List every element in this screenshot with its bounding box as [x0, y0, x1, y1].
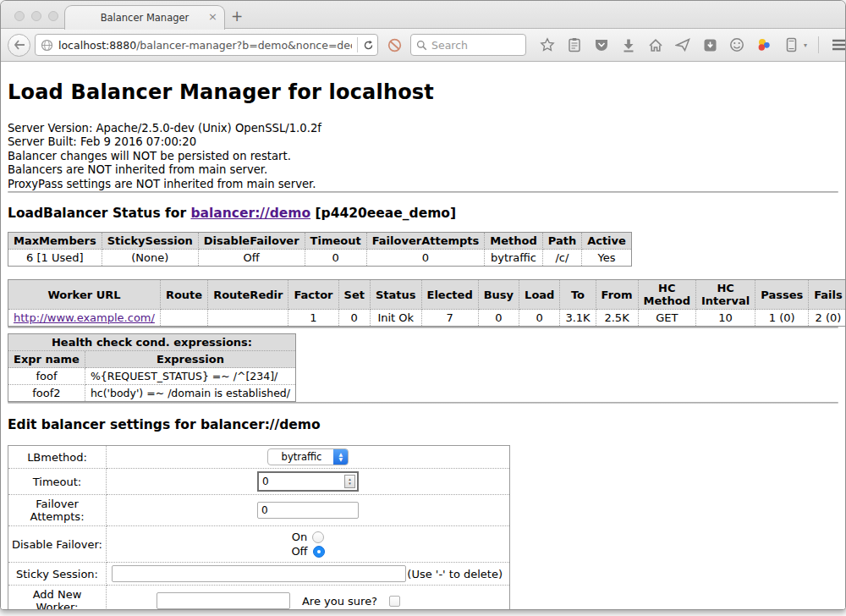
- browser-window: Balancer Manager × + localhost:8880/bala…: [0, 0, 846, 610]
- lbmethod-select[interactable]: bytraffic ▲▼: [267, 448, 349, 465]
- url-bar[interactable]: localhost:8880/balancer-manager?b=demo&n…: [35, 34, 378, 56]
- content-blocker-button[interactable]: [385, 36, 404, 54]
- timeout-label: Timeout:: [8, 469, 107, 495]
- confirm-label: Are you sure?: [302, 595, 377, 608]
- radio-off-label: Off: [291, 545, 307, 558]
- section-divider: [8, 402, 838, 404]
- send-tab-button[interactable]: [673, 36, 692, 54]
- table-cell: Yes: [582, 250, 632, 267]
- back-button[interactable]: [8, 34, 30, 57]
- server-built-line: Server Built: Feb 9 2016 07:00:20: [8, 135, 838, 149]
- table-cell: 2 (0): [809, 310, 845, 327]
- radio-on-label: On: [292, 531, 307, 543]
- table-cell: 0: [305, 250, 366, 267]
- color-theme-button[interactable]: [755, 36, 773, 54]
- pocket-button[interactable]: [592, 36, 611, 54]
- home-icon: [648, 38, 663, 52]
- sticky-session-hint: (Use '-' to delete): [407, 568, 504, 580]
- search-placeholder: Search: [431, 39, 468, 52]
- bookmark-star-button[interactable]: [538, 36, 557, 54]
- download-icon: [622, 38, 635, 52]
- table-cell: 0: [366, 250, 485, 267]
- table-header-cell: Method: [485, 233, 542, 250]
- table-cell: bytraffic: [485, 250, 542, 267]
- tab-close-icon[interactable]: ×: [208, 11, 217, 23]
- expression-header: Expression: [85, 351, 295, 368]
- color-dots-icon: [756, 37, 772, 52]
- table-header-cell: HC Interval: [695, 280, 755, 310]
- reload-icon[interactable]: [363, 40, 374, 51]
- table-header-cell: Factor: [288, 280, 338, 310]
- confirm-checkbox[interactable]: [389, 596, 400, 607]
- table-cell: 0: [519, 310, 560, 327]
- sticky-session-input[interactable]: [112, 565, 406, 582]
- search-icon: [416, 40, 427, 51]
- worker-status-table: Worker URLRouteRouteRedirFactorSetStatus…: [8, 279, 845, 327]
- timeout-input[interactable]: [261, 475, 344, 488]
- loadbalancer-status-heading: LoadBalancer Status for balancer://demo …: [8, 206, 838, 221]
- table-cell: Init Ok: [370, 310, 421, 327]
- home-button[interactable]: [646, 36, 665, 54]
- table-cell: 3.1K: [560, 310, 596, 327]
- toolbar-buttons: ▾: [538, 36, 846, 54]
- worker-url-cell: http://www.example.com/: [8, 310, 161, 327]
- inherit-note-line: Balancers are NOT inherited from main se…: [8, 163, 838, 177]
- close-window-button[interactable]: [14, 11, 25, 21]
- emoji-button[interactable]: [728, 36, 746, 54]
- panel-download-icon: [703, 38, 717, 52]
- table-header-cell: Timeout: [305, 233, 366, 250]
- table-header-cell: Elected: [421, 280, 478, 310]
- failover-attempts-input[interactable]: [257, 502, 359, 519]
- disable-failover-off-radio[interactable]: [313, 546, 325, 558]
- device-sync-button[interactable]: [782, 36, 800, 54]
- chevron-down-icon[interactable]: ▾: [804, 41, 807, 49]
- send-icon: [675, 38, 690, 52]
- menu-button[interactable]: [830, 36, 846, 54]
- disable-failover-row: Disable Failover: On Off: [8, 526, 510, 563]
- health-check-table: Health check cond. expressions: Expr nam…: [8, 333, 296, 402]
- window-controls[interactable]: [14, 11, 58, 21]
- panel-download-button[interactable]: [700, 36, 719, 54]
- device-icon: [786, 37, 797, 52]
- balancer-demo-link[interactable]: balancer://demo: [190, 206, 310, 221]
- hamburger-menu-icon: [832, 39, 846, 51]
- table-header-cell: From: [596, 280, 638, 310]
- health-row-foof2: foof2 hc('body') =~ /domain is establish…: [8, 385, 296, 402]
- new-tab-button[interactable]: +: [231, 8, 243, 25]
- url-text[interactable]: localhost:8880/balancer-manager?b=demo&n…: [58, 39, 352, 52]
- search-bar[interactable]: Search: [410, 34, 526, 56]
- minimize-window-button[interactable]: [31, 11, 41, 21]
- table-header-cell: Set: [338, 280, 370, 310]
- table-header-cell: Active: [582, 233, 632, 250]
- table-cell: Off: [198, 250, 305, 267]
- tab-balancer-manager[interactable]: Balancer Manager ×: [64, 5, 225, 30]
- failover-attempts-row: Failover Attempts:: [8, 495, 510, 526]
- server-version-line: Server Version: Apache/2.5.0-dev (Unix) …: [8, 122, 838, 135]
- tab-title: Balancer Manager: [101, 12, 190, 24]
- expr-name: foof2: [8, 385, 85, 402]
- add-worker-input[interactable]: [157, 592, 290, 609]
- table-cell: /c/: [542, 250, 581, 267]
- sticky-session-label: Sticky Session:: [8, 563, 107, 586]
- table-cell: 2.5K: [596, 310, 638, 327]
- downloads-button[interactable]: [619, 36, 638, 54]
- tab-strip: Balancer Manager × +: [1, 1, 845, 29]
- disable-failover-on-radio[interactable]: [312, 531, 324, 543]
- reading-list-button[interactable]: [565, 36, 584, 54]
- table-header-cell: Fails: [809, 280, 845, 310]
- proxypass-note-line: ProxyPass settings are NOT inherited fro…: [8, 178, 838, 191]
- emoji-icon: [729, 37, 744, 52]
- lbmethod-label: LBmethod:: [8, 446, 107, 469]
- globe-icon: [41, 39, 53, 52]
- pocket-icon: [594, 38, 609, 52]
- table-cell: 0: [338, 310, 370, 327]
- zoom-window-button[interactable]: [48, 11, 58, 21]
- health-title-row: Health check cond. expressions:: [8, 334, 296, 351]
- failover-attempts-label: Failover Attempts:: [8, 495, 107, 526]
- expr-name-header: Expr name: [8, 351, 85, 368]
- table-header-cell: RouteRedir: [208, 280, 288, 310]
- worker-url-link[interactable]: http://www.example.com/: [14, 311, 155, 324]
- table-cell: 1 (0): [755, 310, 809, 327]
- edit-settings-heading: Edit balancer settings for balancer://de…: [8, 417, 838, 432]
- number-spinner-icon[interactable]: ▴▾: [344, 475, 355, 488]
